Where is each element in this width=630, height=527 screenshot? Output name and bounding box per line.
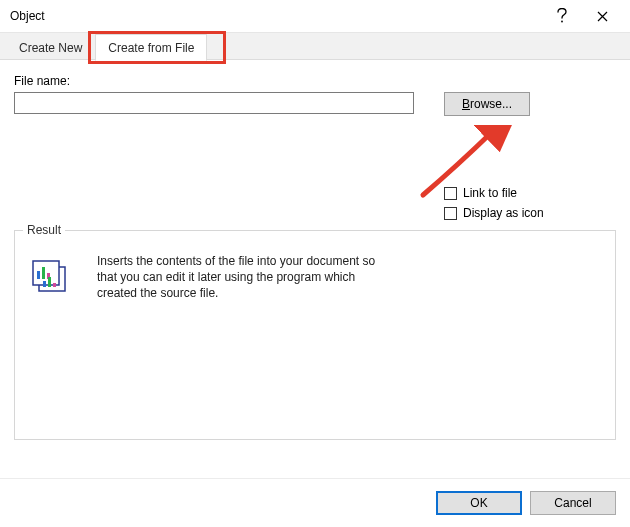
ok-button-label: OK bbox=[470, 496, 487, 510]
tab-strip: Create New Create from File bbox=[0, 32, 630, 60]
close-button[interactable] bbox=[582, 1, 622, 31]
svg-rect-3 bbox=[37, 271, 40, 279]
help-button[interactable] bbox=[542, 1, 582, 31]
svg-rect-7 bbox=[48, 277, 51, 287]
link-to-file-checkbox[interactable]: Link to file bbox=[444, 186, 616, 200]
tab-create-new-label: Create New bbox=[19, 41, 82, 55]
svg-rect-6 bbox=[43, 281, 46, 287]
file-name-input[interactable] bbox=[14, 92, 414, 114]
result-description: Inserts the contents of the file into yo… bbox=[97, 253, 397, 302]
footer-separator bbox=[0, 478, 630, 479]
cancel-button[interactable]: Cancel bbox=[530, 491, 616, 515]
result-frame: Result Inserts the contents of the file … bbox=[14, 230, 616, 440]
result-icon bbox=[29, 257, 73, 301]
ok-button[interactable]: OK bbox=[436, 491, 522, 515]
link-to-file-label: Link to file bbox=[463, 186, 517, 200]
browse-mnemonic: B bbox=[462, 97, 470, 111]
tab-create-from-file[interactable]: Create from File bbox=[95, 34, 207, 61]
tab-create-new[interactable]: Create New bbox=[6, 34, 95, 61]
checkbox-box-icon bbox=[444, 187, 457, 200]
dialog-footer: OK Cancel bbox=[436, 491, 616, 515]
display-as-icon-label: Display as icon bbox=[463, 206, 544, 220]
titlebar: Object bbox=[0, 0, 630, 32]
dialog-title: Object bbox=[10, 9, 542, 23]
svg-rect-8 bbox=[53, 283, 56, 287]
browse-button[interactable]: Browse... bbox=[444, 92, 530, 116]
svg-point-0 bbox=[561, 21, 563, 23]
result-legend: Result bbox=[23, 223, 65, 237]
options-group: Link to file Display as icon bbox=[444, 186, 616, 220]
checkbox-box-icon bbox=[444, 207, 457, 220]
svg-rect-4 bbox=[42, 267, 45, 279]
display-as-icon-checkbox[interactable]: Display as icon bbox=[444, 206, 616, 220]
browse-rest: rowse... bbox=[470, 97, 512, 111]
dialog-content: File name: Browse... Link to file Displa… bbox=[0, 60, 630, 440]
cancel-button-label: Cancel bbox=[554, 496, 591, 510]
tab-create-from-file-label: Create from File bbox=[108, 41, 194, 55]
file-name-label: File name: bbox=[14, 74, 616, 88]
